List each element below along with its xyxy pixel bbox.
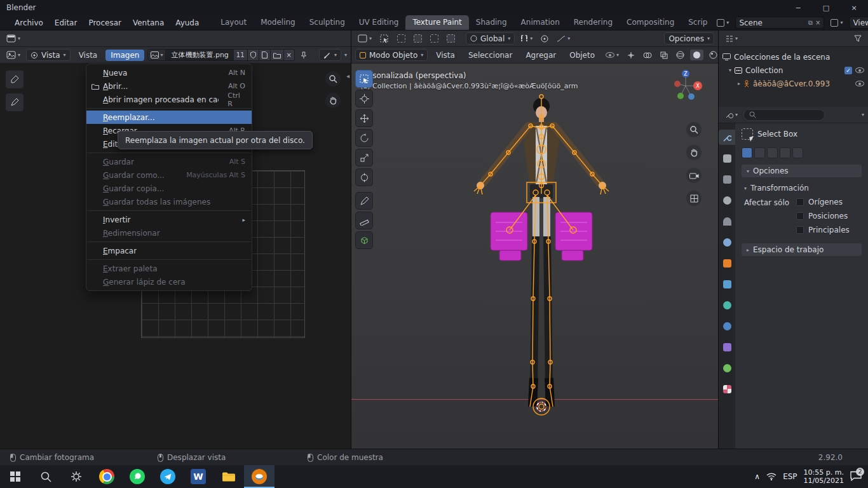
menu-item-empacar[interactable]: Empacar: [86, 244, 252, 257]
transform-subsection-header[interactable]: ▾ Transformación: [744, 184, 862, 193]
language-indicator[interactable]: ESP: [783, 472, 797, 481]
menu-item-invertir[interactable]: Invertir▸: [86, 213, 252, 226]
pin-button[interactable]: [298, 50, 309, 60]
select-mode-set[interactable]: [395, 33, 408, 44]
overlays-toggle[interactable]: [641, 50, 654, 60]
mode-extend-button[interactable]: [754, 147, 765, 158]
annotate-tool-button[interactable]: [5, 93, 24, 112]
properties-search-input[interactable]: [743, 109, 825, 121]
workspace-section-header[interactable]: ▸ Espacio de trabajo: [742, 243, 862, 256]
tab-data[interactable]: [719, 360, 735, 376]
viewlayer-browse-button[interactable]: ▾: [828, 18, 845, 28]
xray-toggle[interactable]: [658, 50, 670, 60]
shading-solid[interactable]: [690, 50, 703, 60]
zoom-button[interactable]: [325, 71, 341, 86]
parents-checkbox-row[interactable]: Principales: [796, 226, 850, 234]
menu-ventana[interactable]: Ventana: [127, 17, 170, 29]
menu-item-guardar-como[interactable]: Guardar como...Mayúsculas Alt S: [86, 168, 252, 182]
notification-button[interactable]: 2: [850, 471, 862, 483]
checkbox[interactable]: [796, 226, 804, 234]
editor-type-button[interactable]: ▾: [4, 33, 23, 44]
tab-uv-editing[interactable]: UV Editing: [352, 15, 406, 30]
transform-tool[interactable]: [355, 168, 373, 186]
tab-scripting[interactable]: Scrip: [681, 15, 714, 30]
telegram-button[interactable]: [153, 465, 183, 488]
tab-texture-paint[interactable]: Texture Paint: [405, 15, 468, 30]
menu-item-extraer-paleta[interactable]: Extraer paleta: [86, 262, 252, 275]
taskbar-search-button[interactable]: [31, 465, 61, 488]
start-button[interactable]: [0, 465, 31, 488]
tab-shading[interactable]: Shading: [469, 15, 514, 30]
menu-archivo[interactable]: Archivo: [9, 17, 49, 29]
filter-button[interactable]: [851, 34, 864, 43]
menu-ayuda[interactable]: Ayuda: [170, 17, 205, 29]
checkbox[interactable]: [796, 198, 804, 206]
active-tool-row[interactable]: Select Box: [742, 128, 862, 140]
menu-item-abrir-cache[interactable]: Abrir imagen procesada en cachéCtrl R: [86, 93, 252, 106]
menu-item-guardar[interactable]: GuardarAlt S: [86, 155, 252, 168]
rotate-tool[interactable]: [355, 129, 373, 147]
tab-object[interactable]: [719, 255, 735, 271]
menu-procesar[interactable]: Procesar: [83, 17, 127, 29]
select-box-tool[interactable]: [355, 70, 373, 88]
tab-physics[interactable]: [719, 318, 735, 334]
collection-checkbox[interactable]: ✓: [844, 67, 852, 74]
cursor-tool[interactable]: [355, 90, 373, 107]
unlink-image-button[interactable]: ×: [284, 49, 295, 61]
shading-wireframe[interactable]: [674, 50, 687, 60]
eye-icon[interactable]: [855, 81, 864, 86]
outliner-type-button[interactable]: ▾: [722, 34, 740, 44]
view-menu[interactable]: Vista: [431, 50, 460, 61]
select-mode-extend[interactable]: [411, 33, 424, 44]
outliner-scene-row[interactable]: Colecciones de la escena: [719, 50, 868, 64]
checkbox[interactable]: [796, 212, 804, 220]
menu-item-guardar-todas[interactable]: Guardar todas las imágenes: [86, 195, 252, 208]
tab-view-layer[interactable]: [719, 193, 735, 208]
select-mode-subtract[interactable]: [428, 33, 441, 44]
tab-animation[interactable]: Animation: [514, 15, 567, 30]
image-menu-button[interactable]: Imagen: [105, 50, 144, 61]
add-menu[interactable]: Agregar: [520, 50, 561, 61]
character-model[interactable]: [408, 89, 675, 419]
editor-type-button[interactable]: ▾: [355, 33, 374, 44]
pan-button[interactable]: [686, 145, 702, 160]
tab-rendering[interactable]: Rendering: [567, 15, 620, 30]
menu-item-nueva[interactable]: NuevaAlt N: [86, 66, 252, 79]
snap-button[interactable]: ▾: [518, 34, 535, 44]
proportional-edit-button[interactable]: [538, 34, 551, 44]
wifi-icon[interactable]: [766, 473, 776, 480]
mode-intersect-button[interactable]: [792, 147, 803, 158]
tab-sculpting[interactable]: Sculpting: [302, 15, 352, 30]
select-mode-invert[interactable]: [444, 33, 458, 44]
pan-button[interactable]: [325, 93, 341, 108]
properties-type-button[interactable]: ▾: [722, 110, 740, 120]
zoom-button[interactable]: [686, 122, 702, 137]
object-menu[interactable]: Objeto: [564, 50, 600, 61]
viewlayer-datablock[interactable]: View Layer ⧉ ×: [849, 17, 868, 29]
locations-checkbox-row[interactable]: Posiciones: [796, 212, 850, 220]
mode-invert-button[interactable]: [780, 147, 790, 158]
menu-item-reemplazar[interactable]: Reemplazar...: [86, 111, 252, 124]
tab-world[interactable]: [719, 234, 735, 250]
scene-datablock[interactable]: Scene ⧉ ×: [735, 17, 824, 29]
tray-expand-button[interactable]: ∧: [754, 472, 760, 481]
tab-modifiers[interactable]: [719, 276, 735, 292]
tab-tool[interactable]: [719, 130, 735, 145]
new-image-button[interactable]: [259, 49, 271, 61]
shading-material[interactable]: [707, 50, 718, 60]
outliner-armature-row[interactable]: ▸ âèàöâ@âCver.0.993: [719, 77, 868, 90]
active-tool-button[interactable]: [377, 33, 391, 44]
settings-button[interactable]: [61, 465, 92, 488]
navigation-gizmo[interactable]: Z X: [667, 67, 704, 104]
measure-tool[interactable]: [355, 212, 373, 229]
tab-output[interactable]: [719, 172, 735, 187]
whatsapp-button[interactable]: [122, 465, 153, 488]
word-button[interactable]: W: [183, 465, 214, 488]
select-menu[interactable]: Seleccionar: [463, 50, 517, 61]
move-tool[interactable]: [355, 109, 373, 127]
tab-scene[interactable]: [719, 214, 735, 229]
view-menu-button[interactable]: Vista: [74, 50, 103, 61]
menu-item-redimensionar[interactable]: Redimensionar: [86, 226, 252, 240]
tab-compositing[interactable]: Compositing: [620, 15, 681, 30]
image-browse-button[interactable]: ▾: [147, 49, 166, 61]
